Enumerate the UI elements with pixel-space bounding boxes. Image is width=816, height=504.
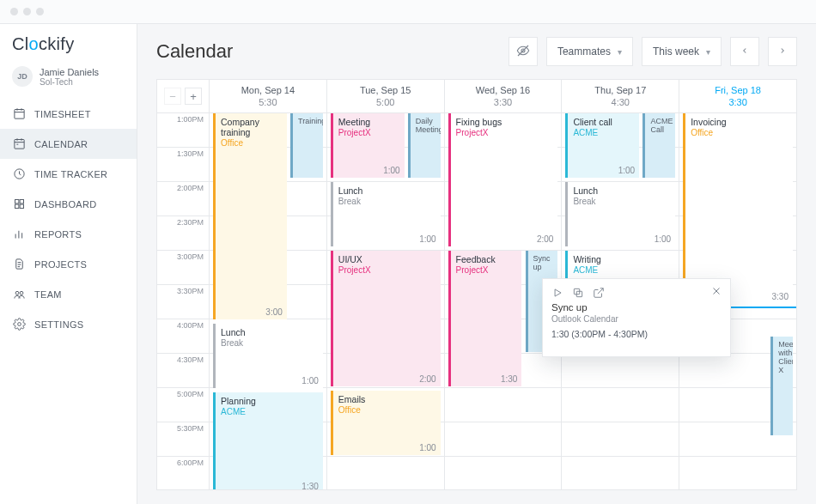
sidebar-item-calendar[interactable]: CALENDAR — [0, 129, 137, 159]
brand-suffix: ckify — [39, 34, 75, 53]
entry-project: ACME — [573, 265, 672, 275]
svg-line-28 — [598, 288, 603, 293]
entry-project: Break — [573, 197, 672, 206]
sidebar-item-settings[interactable]: SETTINGS — [0, 309, 137, 339]
zoom-in-button[interactable]: + — [185, 88, 202, 105]
calendar-entry[interactable]: Company trainingOffice3:00 — [213, 113, 287, 319]
day-total: 5:30 — [210, 97, 326, 107]
calendar-entry[interactable]: EmailsOffice1:00 — [331, 391, 441, 455]
brand-prefix: Cl — [12, 34, 29, 53]
zoom-out-button[interactable]: − — [164, 88, 181, 105]
chevron-left-icon — [740, 46, 749, 58]
chevron-right-icon — [778, 46, 787, 58]
window-chrome — [0, 0, 816, 24]
day-header[interactable]: Thu, Sep 174:30 — [561, 80, 679, 112]
nav-label: SETTINGS — [34, 319, 83, 330]
range-label: This week — [653, 46, 699, 58]
svg-rect-13 — [20, 204, 23, 208]
entry-duration: 3:30 — [772, 292, 789, 301]
svg-point-20 — [15, 291, 19, 295]
day-header[interactable]: Tue, Sep 155:00 — [326, 80, 444, 112]
nav-label: DASHBOARD — [34, 199, 96, 209]
day-header[interactable]: Mon, Sep 145:30 — [209, 80, 326, 112]
visibility-toggle-button[interactable] — [508, 37, 538, 66]
day-total: 4:30 — [562, 97, 679, 107]
user-row[interactable]: JD Jamie Daniels Sol-Tech — [0, 63, 137, 95]
entry-title: ACME Call — [650, 117, 672, 134]
reports-icon — [12, 228, 26, 241]
range-dropdown[interactable]: This week ▾ — [642, 37, 722, 66]
time-slot-label: 5:30PM — [157, 422, 209, 457]
calendar-entry[interactable]: LunchBreak1:00 — [565, 182, 675, 246]
nav-label: PROJECTS — [34, 259, 87, 270]
calendar-entry[interactable]: UI/UXProjectX2:00 — [331, 251, 441, 386]
prev-week-button[interactable] — [730, 37, 759, 66]
nav-label: CALENDAR — [34, 139, 88, 149]
calendar-entry[interactable]: LunchBreak1:00 — [331, 182, 441, 246]
entry-duration: 1:00 — [301, 376, 318, 386]
popover-duration: 1:30 (3:00PM - 4:30PM) — [551, 329, 722, 339]
close-icon[interactable] — [711, 286, 722, 299]
entry-duration: 2:00 — [537, 234, 553, 244]
entry-project: ACME — [573, 128, 636, 137]
entry-duration: 1:00 — [383, 166, 399, 175]
entry-title: Lunch — [573, 185, 672, 196]
sidebar-item-team[interactable]: TEAM — [0, 279, 137, 309]
entry-title: Planning — [221, 396, 320, 406]
day-column-tue[interactable]: MeetingProjectX1:00Daily MeetingLunchBre… — [326, 113, 444, 489]
sidebar-item-projects[interactable]: PROJECTS — [0, 249, 137, 279]
sidebar-item-reports[interactable]: REPORTS — [0, 219, 137, 249]
nav-label: TEAM — [34, 289, 62, 300]
entry-title: Sync up — [533, 254, 555, 271]
calendar-entry[interactable]: PlanningACME1:30 — [213, 392, 323, 489]
dashboard-icon — [12, 197, 26, 211]
calendar-entry[interactable]: Training — [290, 113, 323, 178]
next-week-button[interactable] — [768, 37, 797, 66]
entry-duration: 1:00 — [655, 234, 671, 244]
svg-rect-10 — [15, 200, 18, 203]
copy-icon[interactable] — [572, 287, 584, 299]
sidebar-item-dashboard[interactable]: DASHBOARD — [0, 189, 137, 219]
time-slot-label: 5:00PM — [157, 388, 209, 422]
calendar-entry[interactable]: InvoicingOffice3:30 — [683, 113, 793, 304]
brand-mid: o — [29, 34, 39, 53]
timesheet-icon — [12, 107, 26, 121]
calendar-entry[interactable]: Daily Meeting — [408, 113, 441, 178]
calendar-entry[interactable]: Meeting with Client X — [770, 337, 793, 435]
day-column-mon[interactable]: Company trainingOffice3:00TrainingLunchB… — [209, 113, 326, 489]
svg-rect-0 — [14, 110, 23, 119]
calendar-entry[interactable]: FeedbackProjectX1:30 — [448, 251, 522, 386]
entry-title: Meeting — [338, 117, 401, 127]
sidebar-item-timesheet[interactable]: TIMESHEET — [0, 99, 137, 129]
svg-point-22 — [17, 323, 21, 326]
user-org: Sol-Tech — [40, 77, 99, 87]
entry-project: Break — [221, 338, 320, 348]
svg-marker-25 — [555, 288, 561, 295]
page-title: Calendar — [156, 40, 233, 63]
calendar-entry[interactable]: Fixing bugsProjectX2:00 — [448, 113, 558, 246]
entry-project: ProjectX — [456, 265, 519, 275]
calendar-entry[interactable]: LunchBreak1:00 — [213, 324, 323, 388]
day-total: 3:30 — [445, 97, 562, 107]
calendar-entry[interactable]: ACME Call — [642, 113, 675, 178]
svg-rect-12 — [15, 204, 18, 208]
open-external-icon[interactable] — [593, 287, 605, 299]
day-header[interactable]: Wed, Sep 163:30 — [444, 80, 562, 112]
teammates-label: Teammates — [557, 46, 611, 58]
teammates-dropdown[interactable]: Teammates ▾ — [546, 37, 633, 66]
day-label: Tue, Sep 15 — [327, 85, 444, 95]
day-header[interactable]: Fri, Sep 183:30 — [679, 80, 796, 112]
calendar-icon — [12, 137, 26, 151]
svg-rect-4 — [14, 140, 23, 149]
nav-label: TIMESHEET — [34, 109, 91, 119]
entry-title: Training — [298, 117, 320, 125]
play-icon[interactable] — [551, 287, 563, 299]
sidebar-item-time-tracker[interactable]: TIME TRACKER — [0, 159, 137, 189]
entry-title: Daily Meeting — [416, 117, 437, 134]
user-name: Jamie Daniels — [40, 67, 99, 77]
time-slot-label: 3:30PM — [157, 285, 209, 319]
day-label: Thu, Sep 17 — [562, 85, 679, 95]
entry-duration: 2:00 — [419, 374, 435, 384]
calendar-entry[interactable]: Client callACME1:00 — [565, 113, 639, 178]
calendar-entry[interactable]: MeetingProjectX1:00 — [331, 113, 405, 178]
